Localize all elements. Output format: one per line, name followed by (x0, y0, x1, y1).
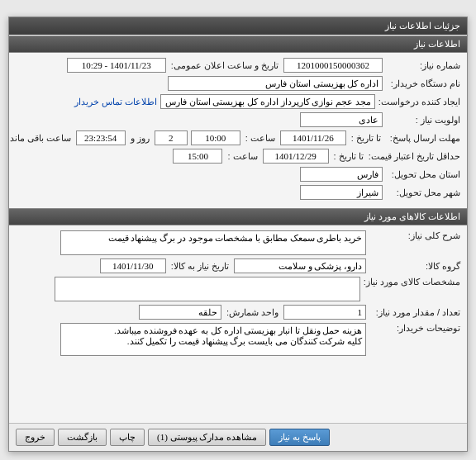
buyer-input[interactable] (168, 76, 383, 91)
priority-input[interactable] (300, 112, 383, 127)
reply-date-input[interactable] (280, 130, 346, 145)
unit-input[interactable] (139, 305, 221, 320)
province-input[interactable] (300, 167, 383, 182)
section2-header: اطلاعات کالاهای مورد نیاز (9, 208, 467, 225)
spec-input[interactable] (55, 277, 360, 301)
qty-label: تعداد / مقدار مورد نیاز: (369, 307, 460, 318)
content-area: اطلاعات نیاز شماره نیاز: تاریخ و ساعت اع… (9, 36, 467, 423)
price-time-label: ساعت : (226, 151, 259, 162)
modal-window: جزئیات اطلاعات نیاز اطلاعات نیاز شماره ن… (8, 17, 468, 452)
qty-input[interactable] (283, 305, 366, 320)
price-deadline-label: حداقل تاریخ اعتبار قیمت: (369, 151, 460, 162)
notes-input[interactable] (60, 323, 366, 356)
days-and-label: روز و (129, 133, 151, 144)
group-input[interactable] (234, 258, 366, 273)
section1-body: شماره نیاز: تاریخ و ساعت اعلان عمومی: نا… (9, 53, 467, 208)
group-label: گروه کالا: (369, 261, 460, 272)
need-number-input[interactable] (283, 58, 383, 73)
reply-time-label: ساعت : (244, 133, 277, 144)
respond-button[interactable]: پاسخ به نیاز (269, 429, 330, 446)
remaining-time-input[interactable] (76, 130, 126, 145)
city-input[interactable] (300, 185, 383, 200)
announce-input[interactable] (67, 58, 166, 73)
province-label: استان محل تحویل: (386, 169, 460, 180)
titlebar: جزئیات اطلاعات نیاز (9, 17, 467, 35)
contact-link[interactable]: اطلاعات تماس خریدار (74, 97, 157, 107)
need-number-label: شماره نیاز: (386, 60, 460, 71)
city-label: شهر محل تحویل: (386, 187, 460, 198)
buyer-label: نام دستگاه خریدار: (386, 78, 460, 89)
priority-label: اولویت نیاز : (386, 115, 460, 126)
need-date-input[interactable] (100, 258, 166, 273)
desc-label: شرح کلی نیاز: (369, 230, 460, 241)
back-button[interactable]: بازگشت (58, 429, 107, 446)
reply-deadline-label: مهلت ارسال پاسخ: (386, 133, 460, 144)
requester-input[interactable] (160, 94, 375, 109)
exit-button[interactable]: خروج (16, 429, 55, 446)
reply-time-input[interactable] (191, 130, 240, 145)
price-date-input[interactable] (263, 149, 329, 164)
unit-label: واحد شمارش: (225, 307, 280, 318)
announce-label: تاریخ و ساعت اعلان عمومی: (169, 60, 280, 71)
footer: پاسخ به نیاز مشاهده مدارک پیوستی (1) چاپ… (9, 423, 467, 451)
desc-input[interactable] (60, 230, 366, 255)
print-button[interactable]: چاپ (110, 429, 145, 446)
need-date-label: تاریخ نیاز به کالا: (169, 261, 231, 272)
section1-header: اطلاعات نیاز (9, 36, 467, 53)
section2-body: شرح کلی نیاز: گروه کالا: تاریخ نیاز به ک… (9, 225, 467, 364)
until-date-label: تا تاریخ : (350, 133, 383, 144)
notes-label: توضیحات خریدار: (369, 323, 460, 334)
remaining-label: ساعت باقی مانده (9, 133, 73, 144)
price-until-label: تا تاریخ : (332, 151, 365, 162)
spec-label: مشخصات کالای مورد نیاز: (364, 277, 460, 287)
remaining-days-input[interactable] (155, 130, 188, 145)
requester-label: ایجاد کننده درخواست: (378, 97, 460, 107)
attachments-button[interactable]: مشاهده مدارک پیوستی (1) (148, 429, 266, 446)
window-title: جزئیات اطلاعات نیاز (385, 21, 460, 31)
price-time-input[interactable] (173, 149, 222, 164)
